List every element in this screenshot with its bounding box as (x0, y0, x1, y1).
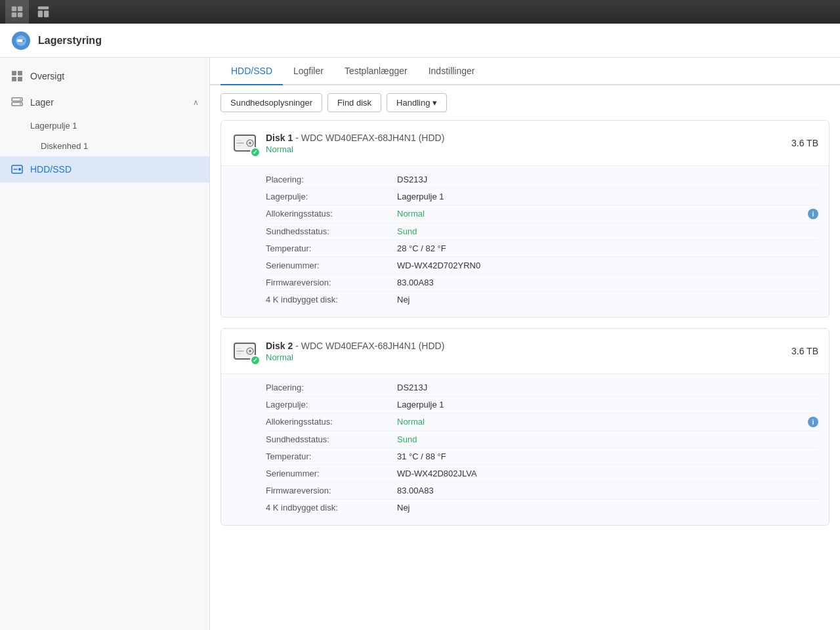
disk2-allokeringsstatus-row: Allokeringsstatus: Normal i (266, 413, 818, 431)
svg-point-17 (20, 99, 21, 100)
disk1-status-badge (250, 147, 261, 158)
disk1-indbygget-row: 4 K indbygget disk: Nej (266, 291, 818, 308)
disk1-lagerpulje-value: Lagerpulje 1 (397, 192, 818, 201)
disk2-name: Disk 2 - WDC WD40EFAX-68JH4N1 (HDD) (266, 341, 784, 351)
disk2-status-badge (250, 355, 261, 366)
sidebar-item-lagerpulje1[interactable]: Lagerpulje 1 (0, 116, 209, 136)
disk1-firmwareversion-label: Firmwareversion: (266, 278, 397, 287)
sidebar: Oversigt Lager ∧ Lagerpulje 1 Diskenhed (0, 58, 210, 630)
disk1-sundhedsstatus-label: Sundhedsstatus: (266, 226, 397, 236)
tabs-bar: HDD/SSD Logfiler Testplanlægger Indstill… (210, 58, 840, 85)
disk1-name: Disk 1 - WDC WD40EFAX-68JH4N1 (HDD) (266, 133, 784, 143)
disk2-placering-value: DS213J (397, 383, 818, 392)
find-disk-button[interactable]: Find disk (327, 93, 381, 112)
svg-point-24 (249, 142, 251, 144)
disk1-allokeringsstatus-value: Normal (397, 209, 804, 219)
disk-card-1: Disk 1 - WDC WD40EFAX-68JH4N1 (HDD) Norm… (220, 120, 830, 318)
app-title: Lagerstyring (38, 35, 102, 47)
disk1-temperatur-row: Temperatur: 28 °C / 82 °F (266, 240, 818, 257)
disk1-serienummer-value: WD-WX42D702YRN0 (397, 261, 818, 270)
disk2-allokering-info-icon[interactable]: i (808, 417, 818, 427)
disk1-title-area: Disk 1 - WDC WD40EFAX-68JH4N1 (HDD) Norm… (266, 133, 784, 154)
disk2-title-area: Disk 2 - WDC WD40EFAX-68JH4N1 (HDD) Norm… (266, 341, 784, 362)
disk2-placering-label: Placering: (266, 383, 397, 392)
disk1-allokeringsstatus-row: Allokeringsstatus: Normal i (266, 205, 818, 223)
app-logo-icon (10, 30, 32, 51)
tab-indstillinger[interactable]: Indstillinger (418, 58, 486, 85)
disk1-placering-value: DS213J (397, 175, 818, 184)
disk2-firmwareversion-value: 83.00A83 (397, 486, 818, 495)
disk1-indbygget-label: 4 K indbygget disk: (266, 295, 397, 304)
disk2-serienummer-row: Serienummer: WD-WX42D802JLVA (266, 465, 818, 482)
disk2-temperatur-row: Temperatur: 31 °C / 88 °F (266, 448, 818, 465)
disk1-serienummer-row: Serienummer: WD-WX42D702YRN0 (266, 257, 818, 274)
disk2-allokeringsstatus-label: Allokeringsstatus: (266, 417, 397, 427)
disk2-sundhedsstatus-value: Sund (397, 434, 818, 444)
disk1-header: Disk 1 - WDC WD40EFAX-68JH4N1 (HDD) Norm… (221, 121, 829, 166)
disk2-allokeringsstatus-value: Normal (397, 417, 804, 427)
disk1-placering-row: Placering: DS213J (266, 171, 818, 188)
tab-logfiler[interactable]: Logfiler (283, 58, 334, 85)
svg-rect-6 (44, 10, 49, 17)
disk2-size: 3.6 TB (791, 346, 818, 356)
disk1-lagerpulje-label: Lagerpulje: (266, 192, 397, 201)
disk1-serienummer-label: Serienummer: (266, 261, 397, 270)
sidebar-item-lager[interactable]: Lager ∧ (0, 89, 209, 116)
app-container: Lagerstyring Oversigt (0, 24, 840, 630)
disk2-firmwareversion-label: Firmwareversion: (266, 486, 397, 495)
sidebar-item-diskenhed1[interactable]: Diskenhed 1 (0, 136, 209, 156)
sidebar-item-hdd-ssd-label: HDD/SSD (30, 164, 72, 175)
svg-rect-1 (18, 7, 22, 11)
tab-testplanlaegger[interactable]: Testplanlægger (334, 58, 418, 85)
disk-list: Disk 1 - WDC WD40EFAX-68JH4N1 (HDD) Norm… (210, 120, 840, 547)
sidebar-item-hdd-ssd[interactable]: HDD/SSD (0, 156, 209, 182)
sidebar-diskenhed1-label: Diskenhed 1 (41, 141, 88, 151)
disk2-lagerpulje-label: Lagerpulje: (266, 400, 397, 410)
disk2-placering-row: Placering: DS213J (266, 379, 818, 396)
sidebar-lagerpulje1-label: Lagerpulje 1 (30, 121, 77, 131)
svg-point-30 (249, 350, 251, 352)
disk2-icon-wrap (232, 338, 258, 364)
disk2-sundhedsstatus-label: Sundhedsstatus: (266, 434, 397, 444)
grid-icon[interactable] (5, 0, 29, 24)
disk1-indbygget-value: Nej (397, 295, 818, 304)
svg-rect-13 (12, 77, 16, 81)
storage-icon (10, 96, 24, 109)
sidebar-item-oversigt[interactable]: Oversigt (0, 63, 209, 89)
main-content: HDD/SSD Logfiler Testplanlægger Indstill… (210, 58, 840, 630)
disk2-status: Normal (266, 352, 784, 362)
tab-hdd-ssd[interactable]: HDD/SSD (220, 58, 283, 85)
disk1-lagerpulje-row: Lagerpulje: Lagerpulje 1 (266, 188, 818, 205)
disk1-allokering-info-icon[interactable]: i (808, 209, 818, 219)
app-header: Lagerstyring (0, 24, 840, 58)
svg-rect-2 (12, 12, 16, 17)
svg-rect-12 (18, 71, 22, 75)
handling-button[interactable]: Handling ▾ (387, 93, 447, 112)
svg-rect-3 (18, 12, 22, 17)
svg-rect-11 (12, 71, 16, 75)
lager-expand-arrow: ∧ (193, 98, 199, 107)
disk2-sundhedsstatus-row: Sundhedsstatus: Sund (266, 431, 818, 448)
disk2-lagerpulje-value: Lagerpulje 1 (397, 400, 818, 410)
disk-card-2: Disk 2 - WDC WD40EFAX-68JH4N1 (HDD) Norm… (220, 328, 830, 526)
disk2-lagerpulje-row: Lagerpulje: Lagerpulje 1 (266, 396, 818, 413)
disk1-placering-label: Placering: (266, 175, 397, 184)
svg-rect-5 (38, 10, 43, 17)
disk1-icon-wrap (232, 130, 258, 156)
sidebar-item-oversigt-label: Oversigt (30, 71, 64, 81)
disk2-firmwareversion-row: Firmwareversion: 83.00A83 (266, 482, 818, 499)
sundhedsoplysninger-button[interactable]: Sundhedsoplysninger (220, 93, 322, 112)
svg-point-10 (22, 39, 25, 42)
disk2-indbygget-value: Nej (397, 503, 818, 513)
disk1-size: 3.6 TB (791, 138, 818, 148)
disk1-sundhedsstatus-value: Sund (397, 226, 818, 236)
toolbar: Sundhedsoplysninger Find disk Handling ▾ (210, 85, 840, 120)
layout-icon[interactable] (32, 0, 55, 24)
disk2-indbygget-label: 4 K indbygget disk: (266, 503, 397, 513)
disk2-temperatur-label: Temperatur: (266, 452, 397, 461)
disk1-status: Normal (266, 144, 784, 154)
disk2-model: - WDC WD40EFAX-68JH4N1 (HDD) (295, 341, 444, 351)
svg-rect-0 (12, 7, 16, 11)
svg-point-18 (20, 104, 21, 105)
disk2-header: Disk 2 - WDC WD40EFAX-68JH4N1 (HDD) Norm… (221, 329, 829, 374)
